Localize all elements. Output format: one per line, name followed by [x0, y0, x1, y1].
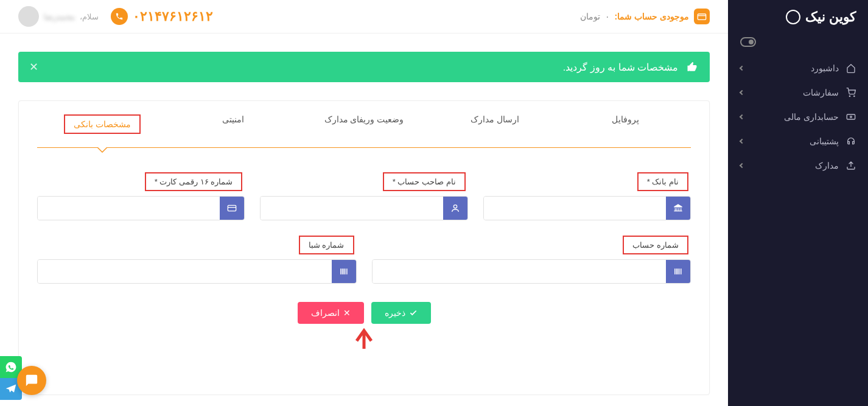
chevron-left-icon	[740, 90, 744, 95]
sheba-label: شماره شبا	[37, 236, 357, 254]
close-icon: ✕	[343, 308, 351, 318]
account-number-input[interactable]	[373, 260, 667, 283]
sidebar-item-accounting[interactable]: حسابداری مالی	[728, 105, 868, 129]
account-number-label: شماره حساب	[372, 236, 691, 254]
card-number-label: شماره ۱۶ رقمی کارت *	[37, 172, 245, 191]
chat-widget-button[interactable]	[17, 366, 46, 395]
balance-label: موجودی حساب شما:	[615, 12, 689, 21]
chevron-left-icon	[740, 139, 744, 144]
brand-logo-icon	[786, 10, 800, 24]
tab-label: ارسال مدارک	[471, 114, 519, 124]
wallet-icon	[694, 9, 710, 24]
save-button-label: ذخیره	[385, 308, 405, 318]
svg-point-0	[849, 96, 850, 96]
tab-send-documents[interactable]: ارسال مدارک	[429, 101, 560, 147]
sidebar-item-dashboard[interactable]: داشبورد	[728, 56, 868, 80]
sidebar-item-documents[interactable]: مدارک	[728, 153, 868, 178]
account-owner-label: نام صاحب حساب *	[260, 172, 467, 191]
greeting-text: سلام،	[80, 12, 99, 21]
account-owner-input[interactable]	[261, 197, 443, 220]
sidebar-item-label: پشتیبانی	[810, 136, 839, 146]
support-phone[interactable]: ۰۲۱۴۷۶۱۲۶۱۲	[111, 8, 213, 25]
username-text: محمدرضا	[44, 12, 75, 21]
chevron-left-icon	[740, 163, 744, 168]
tab-security[interactable]: امنیتی	[168, 101, 299, 147]
svg-point-3	[850, 116, 852, 118]
sidebar-item-label: حسابداری مالی	[784, 112, 839, 122]
svg-rect-4	[698, 14, 705, 19]
chat-icon	[25, 374, 38, 387]
sidebar-toggle-row	[728, 37, 868, 56]
tabs: پروفایل ارسال مدارک وضعیت وریفای مدارک ا…	[37, 101, 691, 148]
balance-block: موجودی حساب شما: ۰ تومان	[580, 9, 710, 24]
bank-name-label: نام بانک *	[483, 172, 691, 191]
main: موجودی حساب شما: ۰ تومان ۰۲۱۴۷۶۱۲۶۱۲ سلا…	[0, 0, 728, 406]
sidebar-item-support[interactable]: پشتیبانی	[728, 129, 868, 153]
sidebar: کوین نیک داشبورد سفارشات	[728, 0, 868, 406]
success-alert: مشخصات شما به روز گردید. ✕	[18, 52, 710, 82]
topbar: موجودی حساب شما: ۰ تومان ۰۲۱۴۷۶۱۲۶۱۲ سلا…	[0, 0, 728, 33]
bank-icon	[666, 197, 690, 220]
tab-label: مشخصات بانکی	[64, 114, 141, 134]
upload-icon	[846, 161, 856, 170]
bank-name-input[interactable]	[484, 197, 666, 220]
svg-rect-2	[847, 114, 855, 119]
brand-text: کوین نیک	[805, 9, 856, 25]
thumbs-up-icon	[685, 60, 699, 74]
sidebar-item-label: سفارشات	[803, 88, 839, 97]
barcode-icon	[332, 260, 356, 283]
cart-icon	[846, 88, 856, 97]
phone-icon	[111, 8, 128, 25]
chevron-left-icon	[740, 114, 744, 119]
save-button[interactable]: ذخیره	[371, 302, 431, 324]
cancel-button-label: انصراف	[311, 308, 340, 318]
tab-bank-info[interactable]: مشخصات بانکی	[37, 101, 168, 147]
whatsapp-icon	[5, 361, 17, 373]
money-icon	[846, 112, 856, 122]
svg-point-5	[453, 205, 457, 208]
arrow-annotation	[37, 327, 691, 358]
sidebar-item-label: مدارک	[815, 161, 839, 170]
sidebar-item-label: داشبورد	[811, 63, 839, 73]
home-icon	[846, 63, 856, 73]
brand: کوین نیک	[728, 9, 868, 37]
sidebar-item-orders[interactable]: سفارشات	[728, 80, 868, 105]
barcode-icon	[666, 260, 690, 283]
chevron-left-icon	[740, 66, 744, 71]
user-menu[interactable]: سلام، محمدرضا	[18, 6, 99, 27]
card-number-input[interactable]	[38, 197, 220, 220]
profile-card: پروفایل ارسال مدارک وضعیت وریفای مدارک ا…	[18, 100, 710, 395]
headset-icon	[846, 136, 856, 146]
sidebar-collapse-toggle[interactable]	[740, 37, 756, 47]
tab-label: پروفایل	[612, 114, 639, 124]
tab-label: وضعیت وریفای مدارک	[324, 114, 404, 124]
user-icon	[443, 197, 467, 220]
svg-rect-6	[228, 205, 236, 211]
check-icon	[409, 309, 418, 317]
sheba-input[interactable]	[38, 260, 332, 283]
tab-profile[interactable]: پروفایل	[560, 101, 691, 147]
balance-value: ۰	[605, 12, 610, 21]
alert-close-button[interactable]: ✕	[29, 60, 38, 74]
telegram-icon	[5, 383, 17, 395]
phone-number: ۰۲۱۴۷۶۱۲۶۱۲	[133, 9, 213, 24]
tab-verify-status[interactable]: وضعیت وریفای مدارک	[299, 101, 430, 147]
avatar	[18, 6, 39, 27]
svg-point-1	[854, 96, 855, 96]
card-icon	[220, 197, 244, 220]
tab-label: امنیتی	[222, 114, 244, 124]
balance-unit: تومان	[580, 12, 600, 21]
cancel-button[interactable]: ✕ انصراف	[298, 302, 364, 324]
alert-text: مشخصات شما به روز گردید.	[563, 61, 678, 73]
bank-form: نام بانک * نام صاحب حساب *	[19, 148, 709, 394]
